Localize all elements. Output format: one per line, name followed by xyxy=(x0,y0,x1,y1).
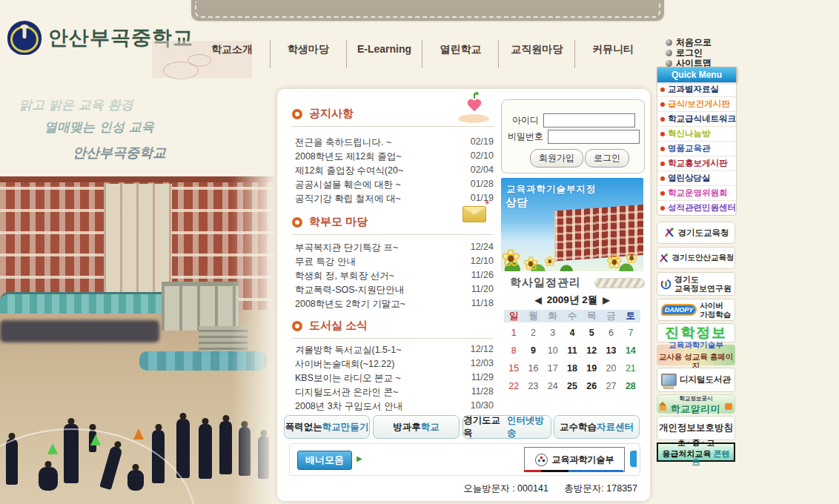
notice-item[interactable]: 공직기강 확립 철저에 대~01/19 xyxy=(295,193,494,205)
calendar-day[interactable]: 9 xyxy=(523,345,543,357)
calendar-day[interactable]: 20 xyxy=(601,363,620,374)
calendar-day[interactable]: 12 xyxy=(582,345,601,357)
qm-innovation-room[interactable]: 혁신나눔방 xyxy=(657,127,736,142)
nav-student-plaza[interactable]: 학생마당 xyxy=(271,40,347,68)
notice-item[interactable]: 공공시설물 훼손에 대한 ~01/28 xyxy=(295,179,494,191)
photo-platform xyxy=(162,282,239,331)
parents-item[interactable]: 2008학년도 2학기 기말고~11/18 xyxy=(295,298,494,311)
banner-collection-button[interactable]: 배너모음 xyxy=(297,451,352,470)
calendar-day[interactable]: 11 xyxy=(563,345,582,357)
qm-school-meal-network[interactable]: 학교급식네트워크 xyxy=(657,112,736,127)
library-item-date: 11/29 xyxy=(471,372,494,385)
calendar-day[interactable]: 23 xyxy=(523,381,543,392)
parents-section-header: 학부모 마당 xyxy=(292,215,368,229)
calendar-day[interactable]: 16 xyxy=(523,363,543,374)
banner-gg-edu-research[interactable]: 경기도 교육정보연구원 xyxy=(657,272,735,296)
nav-community[interactable]: 커뮤니티 xyxy=(575,40,651,68)
parents-item[interactable]: 학교폭력-SOS-지원단안내11/20 xyxy=(295,284,494,296)
mest-banner-underline xyxy=(524,470,623,472)
next-banner-partial[interactable] xyxy=(630,451,637,467)
bullet-icon xyxy=(660,162,665,166)
calendar-day[interactable]: 3 xyxy=(543,328,563,339)
bullet-icon xyxy=(660,132,665,136)
counsel-banner-line2: 상담 xyxy=(505,196,528,210)
calendar-prev-button[interactable]: ◀ xyxy=(535,295,542,305)
calendar-day[interactable]: 27 xyxy=(601,381,620,392)
qm-school-committee[interactable]: 학교운영위원회 xyxy=(657,186,736,201)
notice-item[interactable]: 2008학년도 제12회 졸업~02/10 xyxy=(295,150,494,163)
calendar-day[interactable]: 10 xyxy=(543,345,563,357)
slogan-line-3: 안산부곡중학교 xyxy=(73,144,166,162)
banner-first-aid-contents[interactable]: 초 · 중 · 고 응급처치교육 콘텐츠 xyxy=(657,442,735,462)
calendar-day[interactable]: 26 xyxy=(582,381,601,392)
calendar-next-button[interactable]: ▶ xyxy=(603,295,609,305)
banner-ansan-edu-office[interactable]: 경기도안산교육청 xyxy=(657,247,735,269)
library-item[interactable]: 디지털도서관 온라인 콘~11/28 xyxy=(295,386,494,399)
library-item[interactable]: 사이버논술대회(~12.22)12/03 xyxy=(295,358,494,371)
calendar-day[interactable]: 15 xyxy=(504,363,523,374)
nav-staff-plaza[interactable]: 교직원마당 xyxy=(499,40,575,68)
banner-school-alrimi[interactable]: 학교정보공시 학교알리미 xyxy=(657,394,735,414)
label: 혁신나눔방 xyxy=(668,128,711,139)
calendar-day[interactable]: 19 xyxy=(582,363,601,374)
mest-banner[interactable]: 교육과학기술부 xyxy=(524,447,625,472)
banner-danopy-cyber-learning[interactable]: DANOPY 사이버 가정학습 xyxy=(657,299,735,321)
student-figure xyxy=(219,421,232,474)
id-input[interactable] xyxy=(543,113,635,127)
calendar-day[interactable]: 21 xyxy=(621,363,640,374)
calendar-day[interactable]: 22 xyxy=(504,381,523,392)
parents-item[interactable]: 무료 특강 안내12/10 xyxy=(295,256,494,268)
notice-item[interactable]: 제12회 졸업장 수여식(20~02/04 xyxy=(295,165,494,177)
calendar-day[interactable]: 2 xyxy=(523,328,543,339)
nav-open-school[interactable]: 열린학교 xyxy=(422,40,499,68)
qm-open-counseling[interactable]: 열린상담실 xyxy=(657,171,736,186)
calendar-day[interactable]: 6 xyxy=(601,328,620,339)
notice-section-header: 공지사항 xyxy=(292,107,354,121)
password-input[interactable] xyxy=(548,130,640,144)
login-button[interactable]: 로그인 xyxy=(585,149,629,168)
qm-premium-education[interactable]: 명품교육관 xyxy=(657,142,736,156)
signup-button[interactable]: 회원가입 xyxy=(530,149,583,168)
library-item[interactable]: 2008년 3차 구입도서 안내10/30 xyxy=(295,400,494,413)
parents-item[interactable]: 부곡복지관 단기특강 프~12/24 xyxy=(295,242,494,254)
student-figure xyxy=(239,427,251,476)
calendar-day[interactable]: 18 xyxy=(563,363,582,374)
calendar-day[interactable]: 5 xyxy=(582,328,601,339)
quicklink-afterschool[interactable]: 방과후학교 xyxy=(373,415,460,439)
calendar-day[interactable]: 24 xyxy=(543,381,563,392)
calendar-day[interactable]: 13 xyxy=(601,345,620,357)
qm-subject-archive[interactable]: 교과별자료실 xyxy=(657,82,736,97)
calendar-day[interactable]: 25 xyxy=(563,381,582,392)
envelope-icon xyxy=(462,206,486,222)
nav-elearning[interactable]: E-Learning xyxy=(347,40,423,68)
library-item[interactable]: 겨울방학 독서교실(1.5-1~12/12 xyxy=(295,344,494,357)
calendar-day[interactable]: 7 xyxy=(621,328,640,339)
counsel-photo-banner[interactable]: 교육과학기술부지정 상담 ❀ ❀ ❀ ❀ ❀ xyxy=(501,178,643,271)
quicklink-gg-internet-broadcast[interactable]: 경기도교육인터넷방송 xyxy=(462,415,551,439)
calendar-day[interactable]: 28 xyxy=(621,381,640,392)
qm-meal-health-board[interactable]: 급식/보건게시판 xyxy=(657,97,736,112)
label: 가정학습 xyxy=(700,310,731,319)
calendar-day[interactable]: 1 xyxy=(504,328,523,339)
qm-grade-complaint-center[interactable]: 성적관련민원센터 xyxy=(657,201,736,215)
bullet-icon xyxy=(660,87,665,92)
library-item[interactable]: KBS보이는 라디오 본교 ~11/29 xyxy=(295,372,494,385)
banner-gyeonggi-edu-office[interactable]: 경기도교육청 xyxy=(657,222,735,244)
calendar-day[interactable]: 8 xyxy=(504,345,523,357)
total-visitors: 총방문자: 178357 xyxy=(564,483,637,494)
quicklink-teaching-resource-center[interactable]: 교수학습자료센터 xyxy=(554,415,640,439)
calendar-weekday-header: 일 월 화 수 목 금 토 xyxy=(504,310,640,322)
parents-item[interactable]: 학생회 정, 부회장 선거~11/26 xyxy=(295,270,494,282)
calendar-grid: 1 2 3 4 5 6 7 8 9 10 11 12 13 14 15 16 1… xyxy=(504,328,640,392)
calendar-day[interactable]: 17 xyxy=(543,363,563,374)
quick-menu-header[interactable]: Quick Menu xyxy=(657,67,737,82)
banner-privacy-policy[interactable]: 개인정보보호방침 xyxy=(657,416,735,440)
quicklink-no-violence-school[interactable]: 폭력없는학교만들기 xyxy=(284,415,370,439)
banner-digital-library[interactable]: 디지털도서관 xyxy=(657,368,735,392)
nav-school-intro[interactable]: 학교소개 xyxy=(194,40,271,68)
notice-item[interactable]: 전근을 축하드립니다. ~02/19 xyxy=(295,136,494,149)
calendar-day[interactable]: 4 xyxy=(563,328,582,339)
calendar-day[interactable]: 14 xyxy=(621,345,640,357)
banner-sex-edu-homepage[interactable]: 교육과학기술부 교사용 성교육 홈페이지 xyxy=(657,345,735,365)
qm-school-pr-board[interactable]: 학교홍보게시판 xyxy=(657,156,736,171)
